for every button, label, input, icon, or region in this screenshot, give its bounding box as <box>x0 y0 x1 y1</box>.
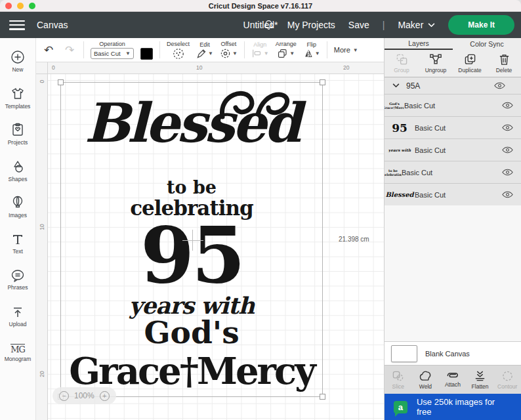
canvas-color-swatch[interactable] <box>391 345 417 362</box>
color-swatch[interactable] <box>140 48 153 60</box>
save-link[interactable]: Save <box>348 20 369 30</box>
undo-button[interactable]: ↶ <box>41 45 56 56</box>
macos-titlebar: Cricut Design Space v7.16.117 <box>0 0 521 12</box>
deselect-button[interactable]: Deselect <box>167 41 190 60</box>
artwork-line-to-be[interactable]: to be <box>61 178 322 196</box>
layer-visibility-toggle[interactable] <box>502 124 513 131</box>
selection-handle-top-left[interactable] <box>58 79 64 85</box>
layer-visibility-toggle[interactable] <box>502 102 513 109</box>
my-projects-link[interactable]: My Projects <box>287 20 335 30</box>
selection-center-crosshair <box>192 230 193 251</box>
trash-icon <box>499 53 510 66</box>
edit-button[interactable]: Edit ▼ <box>196 41 213 59</box>
menu-icon[interactable] <box>9 20 25 30</box>
slice-button[interactable]: Slice <box>385 366 412 394</box>
layer-row-blessed[interactable]: Blessed Basic Cut <box>385 183 521 205</box>
layer-row-years-with[interactable]: years with Basic Cut <box>385 138 521 161</box>
text-icon <box>11 233 24 246</box>
minimize-window-icon[interactable] <box>17 3 24 9</box>
machine-selector-label: Maker <box>398 20 423 30</box>
offset-button[interactable]: Offset ▼ <box>220 41 238 59</box>
make-it-button[interactable]: Make It <box>448 15 514 35</box>
sidebar-item-projects[interactable]: Projects <box>0 116 35 153</box>
balloon-icon <box>11 196 24 210</box>
sidebar-item-phrases[interactable]: Phrases <box>0 262 35 299</box>
machine-selector[interactable]: Maker <box>398 20 435 30</box>
artwork-line-95[interactable]: 95 <box>61 217 322 294</box>
zoom-control: − 100% + <box>52 387 116 404</box>
layer-group-row[interactable]: 95A <box>385 77 521 94</box>
ungroup-button[interactable]: Ungroup <box>419 50 453 77</box>
artwork-line-gods[interactable]: God's <box>61 317 322 348</box>
layer-visibility-toggle[interactable] <box>502 191 513 198</box>
traffic-lights <box>5 3 35 9</box>
tab-color-sync[interactable]: Color Sync <box>453 38 521 50</box>
canvas-grid[interactable]: Blessed to be celebrating 95 years with … <box>48 74 384 420</box>
selection-bounding-box[interactable]: Blessed to be celebrating 95 years with … <box>60 82 323 397</box>
sidebar-item-shapes[interactable]: Shapes <box>0 153 35 190</box>
sidebar-item-upload[interactable]: Upload <box>0 299 35 335</box>
layer-visibility-toggle[interactable] <box>502 169 513 176</box>
artwork-line-blessed[interactable]: Blessed <box>61 96 322 150</box>
chevron-down-icon: ▼ <box>289 51 295 56</box>
tshirt-icon <box>10 87 25 101</box>
flatten-button[interactable]: Flatten <box>467 366 494 394</box>
layers-panel: Layers Color Sync Group Ungroup Duplicat… <box>384 38 521 420</box>
close-window-icon[interactable] <box>5 3 12 9</box>
eye-icon <box>502 191 513 198</box>
align-icon <box>251 49 262 58</box>
flip-button[interactable]: Flip ▼ <box>303 41 320 59</box>
selection-handle-top-right[interactable] <box>320 79 325 85</box>
nav-divider: | <box>383 20 385 30</box>
layer-visibility-toggle[interactable] <box>494 82 505 89</box>
operation-select[interactable]: Basic Cut ▼ <box>91 48 134 59</box>
zoom-window-icon[interactable] <box>29 3 35 9</box>
selection-handle-bottom-right[interactable] <box>320 394 325 400</box>
delete-button[interactable]: Delete <box>487 50 521 77</box>
canvas-column: ↶ ↷ Operation Basic Cut ▼ Deselect <box>36 38 384 420</box>
contour-button[interactable]: Contour <box>493 366 521 394</box>
blank-canvas-label: Blank Canvas <box>425 350 470 358</box>
sidebar-item-new[interactable]: New <box>0 43 35 80</box>
layer-row-to-be-celebrating[interactable]: to be celebrating Basic Cut <box>385 161 521 183</box>
arrange-button[interactable]: Arrange ▼ <box>276 41 297 59</box>
layer-row-grace-mercy[interactable]: God's Grace†Mercy Basic Cut <box>385 94 521 116</box>
selection-height-label: 21.398 cm <box>339 236 369 243</box>
sidebar-item-monogram[interactable]: MG Monogram <box>0 335 35 371</box>
sidebar-item-text[interactable]: Text <box>0 226 35 262</box>
canvas-area[interactable]: 0 10 20 Blessed <box>36 74 384 420</box>
chevron-down-icon: ▼ <box>125 51 131 56</box>
eye-icon <box>502 169 513 176</box>
group-button[interactable]: Group <box>385 50 419 77</box>
artwork-line-years-with[interactable]: years with <box>61 294 322 317</box>
more-button[interactable]: More ▼ <box>334 46 358 54</box>
pencil-icon <box>196 49 207 59</box>
weld-button[interactable]: Weld <box>412 366 440 394</box>
operation-label: Operation <box>99 41 125 47</box>
bell-icon[interactable] <box>263 19 274 31</box>
upload-icon <box>11 306 24 319</box>
combine-toolbar: Slice Weld Attach Flatten Contour <box>385 365 521 394</box>
layer-row-95[interactable]: 95 Basic Cut <box>385 116 521 138</box>
eye-icon <box>502 102 513 109</box>
nav-canvas-label[interactable]: Canvas <box>37 20 68 30</box>
chevron-down-icon: ▼ <box>353 47 358 53</box>
chevron-down-icon: ▼ <box>315 51 320 56</box>
eye-icon <box>502 124 513 131</box>
duplicate-button[interactable]: Duplicate <box>453 50 487 77</box>
clipboard-icon <box>11 123 24 137</box>
sidebar-item-templates[interactable]: Templates <box>0 80 35 117</box>
zoom-out-icon[interactable]: − <box>59 391 69 401</box>
chevron-down-icon: ▼ <box>232 51 238 56</box>
zoom-in-icon[interactable]: + <box>100 391 110 401</box>
redo-button[interactable]: ↷ <box>62 45 77 56</box>
tab-layers[interactable]: Layers <box>385 38 453 50</box>
horizontal-ruler: 0 10 20 <box>48 62 384 74</box>
align-button[interactable]: Align ▼ <box>251 41 269 58</box>
layer-visibility-toggle[interactable] <box>502 146 513 154</box>
access-promo-banner[interactable]: a Use 250k images for free <box>385 394 521 420</box>
sidebar-item-images[interactable]: Images <box>0 189 35 226</box>
arrange-icon <box>277 48 288 59</box>
artwork-line-grace-mercy[interactable]: Grace†Mercy <box>61 352 322 389</box>
attach-button[interactable]: Attach <box>439 366 467 394</box>
